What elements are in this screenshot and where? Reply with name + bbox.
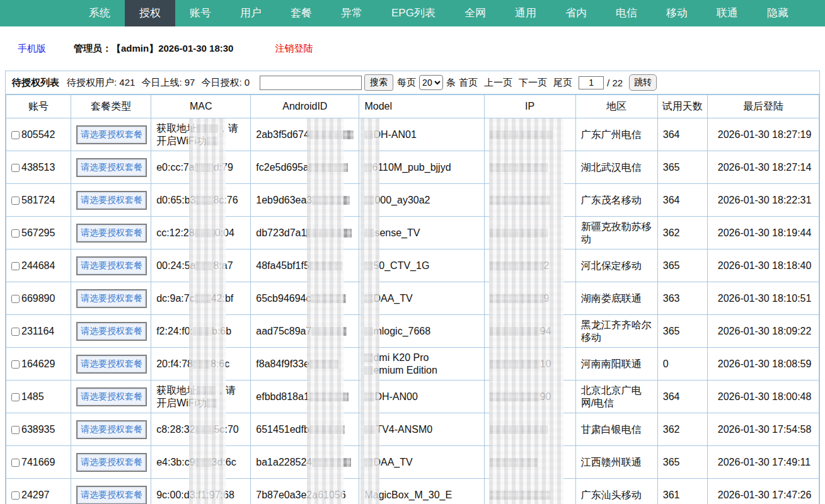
search-input[interactable] <box>260 76 362 90</box>
trial-days-cell: 364 <box>657 118 707 151</box>
trial-days-cell: 0 <box>657 348 707 381</box>
nav-tab-11[interactable]: 移动 <box>652 0 702 26</box>
model-cell: mlogic_7668 <box>359 315 484 348</box>
nav-tab-12[interactable]: 联通 <box>702 0 753 26</box>
jump-button[interactable]: 跳转 <box>629 74 657 91</box>
android-cell: 48fa45bf1f5 <box>251 249 359 282</box>
select-plan-button[interactable]: 请选要授权套餐 <box>76 191 147 210</box>
table-row: 638935请选要授权套餐c8:28:325c:70651451edfbTV4-… <box>6 413 819 446</box>
account-cell: 638935 <box>6 413 71 446</box>
nav-tab-0[interactable]: 系统 <box>74 0 125 26</box>
row-checkbox[interactable] <box>11 393 20 401</box>
pager-first[interactable]: 首页 <box>459 77 478 88</box>
select-plan-button[interactable]: 请选要授权套餐 <box>76 420 147 439</box>
mac-cell: 20:f4:788:6c <box>151 348 251 381</box>
region-cell: 甘肃白银电信 <box>575 413 657 446</box>
toolbar-stats: 待授权用户: 421今日上线: 97今日授权: 0 <box>67 77 256 89</box>
model-cell: DAA_TV <box>359 282 484 315</box>
account-cell: 24297 <box>6 479 71 504</box>
select-plan-button[interactable]: 请选要授权套餐 <box>76 289 147 308</box>
select-plan-button[interactable]: 请选要授权套餐 <box>76 453 147 472</box>
android-cell: aad75c89a7 <box>251 315 359 348</box>
mac-cell: e0:cc:7ad:79 <box>151 151 251 184</box>
nav-tab-9[interactable]: 省内 <box>551 0 601 26</box>
nav-tab-6[interactable]: EPG列表 <box>377 0 450 26</box>
row-checkbox[interactable] <box>11 426 20 434</box>
auth-table-wrap: 账号套餐类型MACAndroidIDModelIP地区试用天数最后登陆 8055… <box>6 94 819 504</box>
account-cell: 741669 <box>6 446 71 479</box>
plan-cell: 请选要授权套餐 <box>71 479 151 504</box>
android-cell: 1eb9d63ea3 <box>251 184 359 217</box>
plan-cell: 请选要授权套餐 <box>71 151 151 184</box>
stat-0: 待授权用户: 421 <box>67 77 135 88</box>
stat-1: 今日上线: 97 <box>141 77 195 88</box>
page-number-input[interactable] <box>579 76 604 89</box>
redacted-blur <box>364 294 373 303</box>
per-page-select[interactable]: 20 <box>419 75 443 90</box>
ip-cell: 94 <box>484 315 575 348</box>
region-cell: 湖南娄底联通 <box>575 282 657 315</box>
col-header-0: 账号 <box>6 95 71 118</box>
pager-links: 首页上一页下一页尾页 <box>456 77 575 89</box>
nav-tab-13[interactable]: 隐藏 <box>753 0 803 26</box>
select-plan-button[interactable]: 请选要授权套餐 <box>76 355 147 374</box>
nav-tab-5[interactable]: 异常 <box>326 0 377 26</box>
row-checkbox[interactable] <box>11 459 20 467</box>
plan-cell: 请选要授权套餐 <box>71 184 151 217</box>
nav-tab-2[interactable]: 账号 <box>175 0 226 26</box>
row-checkbox[interactable] <box>11 491 20 500</box>
search-button[interactable]: 搜索 <box>364 74 393 91</box>
redacted-blur <box>490 491 550 500</box>
select-plan-button[interactable]: 请选要授权套餐 <box>76 486 147 504</box>
select-plan-button[interactable]: 请选要授权套餐 <box>76 256 147 275</box>
pager-next[interactable]: 下一页 <box>519 77 547 88</box>
table-row: 805542请选要授权套餐获取地址，请开启WiFi功2ab3f5d674DH-A… <box>6 118 819 151</box>
row-checkbox[interactable] <box>11 328 20 336</box>
row-checkbox[interactable] <box>11 360 20 369</box>
redacted-blur <box>364 425 376 434</box>
stat-2: 今日授权: 0 <box>201 77 250 88</box>
nav-tab-4[interactable]: 套餐 <box>276 0 326 26</box>
plan-cell: 请选要授权套餐 <box>71 315 151 348</box>
nav-tab-3[interactable]: 用户 <box>226 0 276 26</box>
nav-tab-1[interactable]: 授权 <box>125 0 175 26</box>
nav-tab-8[interactable]: 通用 <box>500 0 551 26</box>
admin-info: 管理员：【admin】2026-01-30 18:30 <box>74 43 233 55</box>
row-checkbox[interactable] <box>11 262 20 270</box>
last-login-cell: 2026-01-30 18:27:19 <box>707 118 819 151</box>
mac-cell: 获取地址，请开启WiFi功 <box>151 118 251 151</box>
mobile-version-link[interactable]: 手机版 <box>18 43 46 55</box>
select-plan-button[interactable]: 请选要授权套餐 <box>76 158 147 177</box>
redacted-blur <box>195 229 215 238</box>
nav-bar: 系统授权账号用户套餐异常EPG列表全网通用省内电信移动联通隐藏 <box>0 0 825 26</box>
region-cell: 江西赣州联通 <box>575 446 657 479</box>
row-checkbox[interactable] <box>11 164 20 172</box>
redacted-blur <box>309 130 354 139</box>
redacted-blur <box>490 196 550 205</box>
last-login-cell: 2026-01-30 18:08:59 <box>707 348 819 381</box>
row-checkbox[interactable] <box>11 229 20 238</box>
logout-link[interactable]: 注销登陆 <box>275 43 313 55</box>
redacted-blur <box>197 386 216 395</box>
row-checkbox[interactable] <box>11 197 20 205</box>
table-row: 1485请选要授权套餐获取地址，请开启WiFi功efbbd818a1DH-AN0… <box>6 381 819 413</box>
select-plan-button[interactable]: 请选要授权套餐 <box>76 224 147 243</box>
nav-tab-10[interactable]: 电信 <box>601 0 652 26</box>
redacted-blur <box>309 392 349 401</box>
select-plan-button[interactable]: 请选要授权套餐 <box>76 125 147 144</box>
ip-cell <box>484 217 575 249</box>
row-checkbox[interactable] <box>11 131 20 139</box>
row-checkbox[interactable] <box>11 295 20 303</box>
region-cell: 广东茂名移动 <box>575 184 657 217</box>
nav-tab-7[interactable]: 全网 <box>450 0 500 26</box>
android-cell: 2ab3f5d674 <box>251 118 359 151</box>
pager-last[interactable]: 尾页 <box>553 77 572 88</box>
select-plan-button[interactable]: 请选要授权套餐 <box>76 387 147 406</box>
pager-prev[interactable]: 上一页 <box>484 77 512 88</box>
region-cell: 广东汕头移动 <box>575 479 657 504</box>
select-plan-button[interactable]: 请选要授权套餐 <box>76 322 147 341</box>
ip-cell <box>484 184 575 217</box>
ip-cell <box>484 118 575 151</box>
ip-cell: 2 <box>484 249 575 282</box>
trial-days-cell: 365 <box>657 249 707 282</box>
